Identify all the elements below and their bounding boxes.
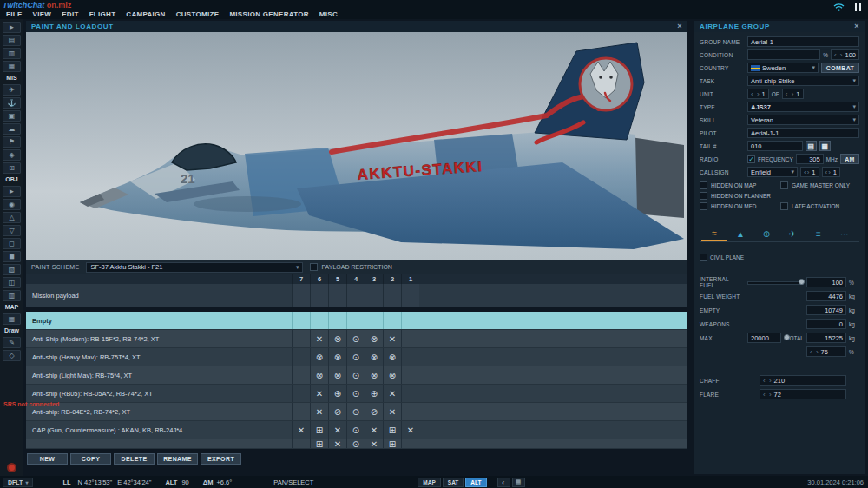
loadout-preset-row[interactable]: Anti-ship (Heavy Mav): RB-75T*4, XT ⊗ ⊗ … (26, 348, 687, 366)
building-icon[interactable]: ◻ (3, 238, 21, 249)
fuel-weight-value[interactable]: 4476 (806, 291, 846, 301)
game-master-only-checkbox[interactable] (780, 181, 788, 189)
combat-button[interactable]: COMBAT (821, 63, 859, 73)
farp-icon[interactable]: ◼ (3, 251, 21, 262)
hidden-on-map-checkbox[interactable] (700, 181, 707, 189)
late-activation-checkbox[interactable] (780, 202, 788, 210)
tail-number-input[interactable]: 010 (747, 141, 803, 151)
brightness-icon[interactable]: ◐ (497, 478, 510, 487)
shape-tool-icon[interactable]: ◇ (3, 350, 21, 361)
layers-icon[interactable]: ◫ (3, 277, 21, 288)
callsign-unit-stepper[interactable]: ‹› 1 (822, 167, 841, 177)
aircraft-3d-preview[interactable]: AKKTU-STAKKI 21 (26, 32, 687, 260)
group-icon[interactable]: ▧ (3, 264, 21, 275)
stepper-arrows-icon[interactable]: ‹ › (834, 51, 844, 59)
hidden-on-mfd-toggle[interactable]: HIDDEN ON MFD (700, 202, 779, 210)
chaff-stepper[interactable]: ‹ › 210 (760, 375, 846, 386)
gun-ammo-stepper[interactable]: ‹ › 76 (806, 346, 846, 357)
type-select[interactable]: AJS37 ▾ (747, 102, 859, 112)
grid-icon[interactable]: ⊞ (3, 162, 21, 174)
civil-plane-toggle[interactable]: CIVIL PLANE (700, 252, 859, 262)
grid-overlay-icon[interactable]: ▦ (512, 478, 525, 487)
loadout-preset-row[interactable]: Empty (26, 312, 687, 330)
menu-item[interactable]: MISSION GENERATOR (224, 10, 313, 19)
tab-summary[interactable]: ≡ (806, 227, 832, 241)
tab-hazard[interactable]: ▲ (727, 227, 753, 241)
civil-plane-checkbox[interactable] (700, 254, 707, 261)
vehicle-icon[interactable]: ▣ (3, 110, 21, 122)
stepper-arrows-icon[interactable]: ‹ › (763, 377, 773, 385)
loadout-preset-row[interactable]: Anti-Ship (Modern): RB-15F*2, RB-74*2, X… (26, 330, 687, 348)
hidden-on-planner-checkbox[interactable] (700, 192, 707, 200)
save-mission-icon[interactable]: ▦ (3, 61, 21, 72)
loadout-preset-row[interactable]: ⊞ ✕ ⊙ ✕ ⊞ (26, 439, 687, 449)
loadout-preset-row[interactable]: Anti-ship: RB-04E*2, RB-74*2, XT ✕ ⊘ ⊙ ⊘… (26, 403, 687, 421)
country-select[interactable]: Sweden ▾ (747, 63, 819, 73)
new-button[interactable]: NEW (27, 453, 68, 465)
close-icon[interactable]: × (854, 23, 859, 30)
hidden-on-mfd-checkbox[interactable] (700, 202, 707, 210)
flare-stepper[interactable]: ‹ › 72 (760, 389, 846, 399)
am-button[interactable]: AM (840, 154, 859, 164)
hidden-on-planner-toggle[interactable]: HIDDEN ON PLANNER (700, 192, 779, 200)
loadout-preset-row[interactable]: Anti-ship (Light Mav): RB-75*4, XT ⊗ ⊗ ⊙… (26, 366, 687, 385)
menu-item[interactable]: VIEW (28, 10, 57, 19)
coord-format-select[interactable]: DFLT ▾ (3, 478, 33, 487)
late-activation-toggle[interactable]: LATE ACTIVATION (780, 202, 859, 210)
menu-item[interactable]: FLIGHT (84, 10, 122, 19)
payload-restriction-toggle[interactable]: PAYLOAD RESTRICTION (310, 263, 391, 271)
group-name-input[interactable]: Aerial-1 (747, 36, 859, 47)
internal-fuel-value[interactable]: 100 (806, 277, 846, 287)
game-master-only-toggle[interactable]: GAME MASTER ONLY (780, 181, 859, 189)
hidden-on-map-toggle[interactable]: HIDDEN ON MAP (700, 181, 779, 189)
ship-icon[interactable]: ⚓ (3, 97, 21, 109)
draw-tool-icon[interactable]: ✎ (3, 337, 21, 348)
template-icon[interactable]: ▽ (3, 225, 21, 236)
copy-button[interactable]: COPY (70, 453, 111, 465)
unit-count-stepper[interactable]: ‹ › 1 (747, 89, 769, 99)
tab-aircraft[interactable]: ✈ (779, 227, 806, 241)
loadout-preset-row[interactable]: Anti-ship (RB05): RB-05A*2, RB-74*2, XT … (26, 385, 687, 403)
stepper-arrows-icon[interactable]: ‹ › (786, 90, 795, 98)
open-mission-icon[interactable]: ▥ (3, 48, 21, 59)
condition-stepper[interactable]: ‹ › 100 (831, 49, 859, 60)
clipboard-icon[interactable]: ▤ (806, 141, 817, 151)
close-icon[interactable]: × (677, 23, 682, 30)
tab-more[interactable]: ⋯ (832, 227, 858, 241)
rename-button[interactable]: RENAME (157, 453, 198, 465)
menu-item[interactable]: EDIT (56, 10, 83, 19)
book-icon[interactable]: ▦ (819, 141, 831, 151)
callsign-select[interactable]: Enfield ▾ (747, 167, 798, 177)
menu-item[interactable]: FILE (1, 10, 28, 19)
target-icon[interactable]: ◉ (3, 199, 21, 210)
slider-handle[interactable] (784, 334, 790, 340)
aircraft-icon[interactable]: ✈ (3, 84, 21, 96)
max-weight-value[interactable]: 20000 (747, 333, 781, 343)
mission-payload-row[interactable]: Mission payload (26, 284, 687, 307)
callsign-flight-stepper[interactable]: ‹› 1 (800, 167, 819, 177)
menu-item[interactable]: CUSTOMIZE (171, 10, 225, 19)
export-button[interactable]: EXPORT (201, 453, 241, 465)
pause-icon[interactable] (855, 3, 861, 11)
sat-view-button[interactable]: SAT (443, 478, 464, 487)
frequency-input[interactable]: 305 (796, 154, 824, 164)
stepper-arrows-icon[interactable]: ‹ › (751, 90, 760, 98)
stepper-arrows-icon[interactable]: ‹ › (810, 348, 819, 356)
pilot-input[interactable]: Aerial-1-1 (747, 128, 859, 138)
map-view-button[interactable]: MAP (418, 478, 440, 487)
static-object-icon[interactable]: △ (3, 212, 21, 223)
radio-checkbox[interactable] (747, 155, 755, 163)
skill-select[interactable]: Veteran ▾ (747, 115, 859, 125)
weather-icon[interactable]: ☁ (3, 123, 21, 135)
stepper-arrows-icon[interactable]: ‹ › (763, 391, 773, 399)
menu-item[interactable]: MISC (314, 10, 343, 19)
payload-restriction-checkbox[interactable] (310, 263, 318, 271)
loadout-preset-row[interactable]: CAP (Gun, Countermeasure) : AKAN, KB, RB… (26, 421, 687, 439)
unit-list-icon[interactable]: ► (3, 186, 21, 197)
stepper-arrows-icon[interactable]: ‹› (825, 168, 832, 176)
new-mission-icon[interactable]: ▤ (3, 35, 21, 46)
tab-targeting[interactable]: ⊕ (753, 227, 779, 241)
tab-route[interactable]: ≈ (701, 227, 727, 241)
flag-icon[interactable]: ⚑ (3, 136, 21, 148)
condition-input[interactable] (747, 49, 820, 60)
